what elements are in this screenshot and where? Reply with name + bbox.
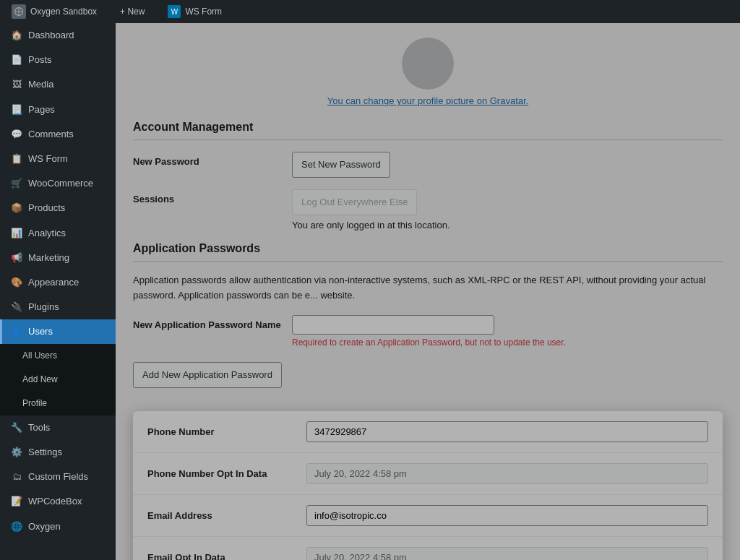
sidebar-label-pages: Pages: [28, 103, 55, 116]
sidebar-label-plugins: Plugins: [28, 301, 59, 314]
app-passwords-title: Application Passwords: [133, 242, 723, 262]
sidebar-item-dashboard[interactable]: 🏠 Dashboard: [0, 23, 116, 48]
dashboard-icon: 🏠: [11, 30, 22, 41]
sidebar: 🏠 Dashboard 📄 Posts 🖼 Media 📃 Pages 💬 Co…: [0, 23, 116, 560]
admin-bar-site[interactable]: Oxygen Sandbox: [6, 0, 103, 23]
pages-icon: 📃: [11, 104, 22, 116]
sidebar-label-dashboard: Dashboard: [28, 29, 74, 42]
site-name-label: Oxygen Sandbox: [30, 7, 97, 17]
set-new-password-button[interactable]: Set New Password: [292, 152, 390, 178]
sidebar-item-marketing[interactable]: 📢 Marketing: [0, 246, 116, 270]
sidebar-item-posts[interactable]: 📄 Posts: [0, 48, 116, 72]
sidebar-item-comments[interactable]: 💬 Comments: [0, 122, 116, 147]
app-password-name-input[interactable]: [292, 315, 494, 335]
avatar: [402, 38, 454, 90]
email-opt-in-row: Email Opt In Data: [133, 537, 723, 560]
sidebar-label-settings: Settings: [28, 446, 62, 459]
app-password-required-note: Required to create an Application Passwo…: [292, 337, 723, 348]
sidebar-item-oxygen[interactable]: 🌐 Oxygen: [0, 514, 116, 539]
sidebar-label-marketing: Marketing: [28, 251, 69, 264]
sidebar-label-oxygen: Oxygen: [28, 520, 61, 533]
phone-opt-in-input[interactable]: [306, 463, 708, 484]
sidebar-item-pages[interactable]: 📃 Pages: [0, 98, 116, 122]
wpcodebox-icon: 📝: [11, 496, 22, 507]
sidebar-item-wpcodebox[interactable]: 📝 WPCodeBox: [0, 489, 116, 514]
sidebar-item-analytics[interactable]: 📊 Analytics: [0, 221, 116, 246]
analytics-icon: 📊: [11, 228, 22, 239]
sidebar-label-wsform: WS Form: [28, 152, 68, 165]
posts-icon: 📄: [11, 54, 22, 66]
sidebar-label-wpcodebox: WPCodeBox: [28, 495, 82, 508]
phone-number-input[interactable]: [306, 421, 708, 442]
sidebar-submenu-all-users[interactable]: All Users: [0, 344, 116, 368]
sessions-label: Sessions: [133, 189, 292, 204]
plugins-icon: 🔌: [11, 301, 22, 313]
admin-bar-new[interactable]: + New: [114, 0, 150, 23]
customfields-icon: 🗂: [11, 471, 22, 483]
sidebar-item-media[interactable]: 🖼 Media: [0, 72, 116, 97]
wsform-sidebar-icon: 📋: [11, 153, 22, 165]
admin-bar-wsform[interactable]: W WS Form: [162, 0, 228, 23]
marketing-icon: 📢: [11, 252, 22, 264]
wsform-label: WS Form: [185, 7, 222, 17]
admin-bar: Oxygen Sandbox + New W WS Form: [0, 0, 740, 23]
sessions-value: Log Out Everywhere Else You are only log…: [292, 189, 723, 231]
contact-fields-card: Phone Number Phone Number Opt In Data Em…: [133, 411, 723, 560]
appearance-icon: 🎨: [11, 277, 22, 288]
app-password-name-value: Required to create an Application Passwo…: [292, 315, 723, 348]
new-password-label: New Password: [133, 152, 292, 167]
new-label: + New: [120, 7, 145, 17]
sidebar-label-media: Media: [28, 78, 53, 91]
users-icon: 👤: [11, 326, 22, 337]
gravatar-link[interactable]: You can change your profile picture on G…: [327, 95, 528, 106]
wp-logo-icon: [12, 4, 26, 19]
all-users-label: All Users: [22, 350, 57, 362]
sidebar-label-comments: Comments: [28, 128, 74, 141]
app-passwords-description: Application passwords allow authenticati…: [133, 273, 723, 303]
sidebar-submenu-profile[interactable]: Profile: [0, 392, 116, 415]
email-opt-in-label: Email Opt In Data: [147, 552, 306, 560]
new-password-row: New Password Set New Password: [133, 152, 723, 178]
email-address-label: Email Address: [147, 510, 306, 521]
main-content: You can change your profile picture on G…: [116, 23, 740, 560]
app-password-name-label: New Application Password Name: [133, 315, 292, 330]
sidebar-item-appearance[interactable]: 🎨 Appearance: [0, 270, 116, 295]
email-address-input[interactable]: [306, 505, 708, 526]
sidebar-label-appearance: Appearance: [28, 276, 79, 289]
sidebar-label-products: Products: [28, 202, 65, 215]
tools-icon: 🔧: [11, 422, 22, 434]
sessions-text: You are only logged in at this location.: [292, 220, 723, 231]
woocommerce-icon: 🛒: [11, 178, 22, 189]
sidebar-item-settings[interactable]: ⚙️ Settings: [0, 440, 116, 465]
phone-opt-in-label: Phone Number Opt In Data: [147, 468, 306, 479]
sidebar-item-wsform[interactable]: 📋 WS Form: [0, 147, 116, 171]
sidebar-label-tools: Tools: [28, 421, 50, 434]
profile-label: Profile: [22, 397, 47, 410]
products-icon: 📦: [11, 202, 22, 214]
phone-opt-in-row: Phone Number Opt In Data: [133, 453, 723, 495]
sidebar-label-woocommerce: WooCommerce: [28, 177, 93, 190]
content-area: You can change your profile picture on G…: [116, 23, 740, 560]
users-submenu: All Users Add New Profile: [0, 344, 116, 415]
sidebar-item-customfields[interactable]: 🗂 Custom Fields: [0, 465, 116, 489]
add-new-app-password-button[interactable]: Add New Application Password: [133, 362, 282, 388]
sessions-row: Sessions Log Out Everywhere Else You are…: [133, 189, 723, 231]
add-new-label: Add New: [22, 374, 58, 386]
app-passwords-section: Application Passwords Application passwo…: [133, 242, 723, 400]
app-password-name-row: New Application Password Name Required t…: [133, 315, 723, 348]
sidebar-label-posts: Posts: [28, 53, 52, 66]
account-management-title: Account Management: [133, 121, 723, 140]
email-opt-in-input[interactable]: [306, 547, 708, 560]
phone-number-row: Phone Number: [133, 411, 723, 453]
sidebar-label-customfields: Custom Fields: [28, 470, 88, 483]
sidebar-item-users[interactable]: 👤 Users: [0, 319, 116, 344]
email-address-row: Email Address: [133, 495, 723, 537]
sidebar-item-woocommerce[interactable]: 🛒 WooCommerce: [0, 171, 116, 196]
sidebar-item-tools[interactable]: 🔧 Tools: [0, 415, 116, 440]
media-icon: 🖼: [11, 79, 22, 90]
log-out-button[interactable]: Log Out Everywhere Else: [292, 189, 417, 215]
sidebar-submenu-add-new[interactable]: Add New: [0, 368, 116, 392]
sidebar-item-products[interactable]: 📦 Products: [0, 196, 116, 220]
sidebar-item-plugins[interactable]: 🔌 Plugins: [0, 295, 116, 319]
oxygen-icon: 🌐: [11, 521, 22, 533]
